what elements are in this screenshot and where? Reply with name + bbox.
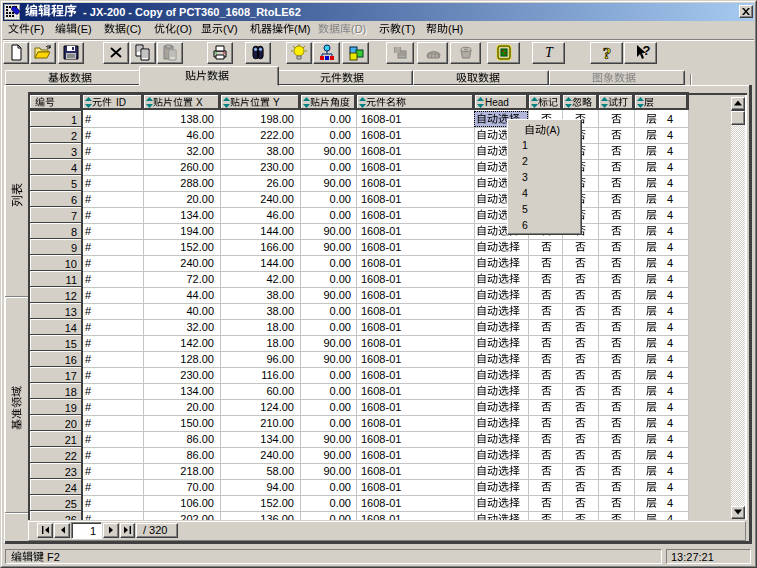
svg-text:?: ?	[602, 44, 611, 63]
svg-text:T: T	[545, 45, 554, 60]
svg-text:?: ?	[642, 43, 650, 58]
